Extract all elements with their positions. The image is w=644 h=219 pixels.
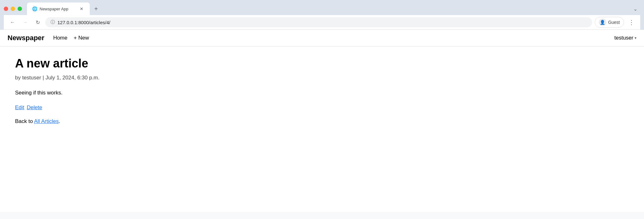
all-articles-link[interactable]: All Articles [34, 118, 58, 124]
browser-menu-button[interactable]: ⋮ [626, 17, 636, 27]
maximize-window-button[interactable] [18, 7, 22, 11]
tab-bar: 🌐 Newspaper App ✕ + ⌄ [4, 3, 640, 15]
active-tab[interactable]: 🌐 Newspaper App ✕ [27, 3, 90, 15]
back-to-articles: Back to All Articles. [15, 118, 299, 125]
back-period: . [59, 118, 60, 124]
new-article-nav-link[interactable]: + New [71, 34, 92, 42]
article-title: A new article [15, 56, 299, 71]
tab-title: Newspaper App [40, 7, 76, 11]
article-content: A new article by testuser | July 1, 2024… [0, 46, 314, 135]
back-button[interactable]: ← [8, 17, 18, 27]
window-controls [4, 7, 22, 11]
collapse-button[interactable]: ⌄ [630, 4, 640, 14]
user-dropdown-arrow-icon: ▾ [635, 36, 636, 40]
user-account-label: Guest [608, 20, 620, 25]
minimize-window-button[interactable] [11, 7, 15, 11]
tab-close-button[interactable]: ✕ [78, 6, 85, 12]
app-navbar: Newspaper Home + New testuser ▾ [0, 30, 644, 46]
close-window-button[interactable] [4, 7, 8, 11]
browser-chrome: 🌐 Newspaper App ✕ + ⌄ ← → ↻ ⓘ 👤 Guest ⋮ [0, 0, 644, 30]
delete-article-link[interactable]: Delete [27, 104, 42, 111]
username-label: testuser [614, 35, 633, 41]
forward-button[interactable]: → [20, 17, 30, 27]
article-meta: by testuser | July 1, 2024, 6:30 p.m. [15, 75, 299, 81]
tab-favicon-icon: 🌐 [32, 6, 37, 11]
home-nav-link[interactable]: Home [51, 34, 70, 42]
nav-bar: ← → ↻ ⓘ 👤 Guest ⋮ [4, 15, 640, 30]
app-brand: Newspaper [8, 34, 44, 42]
user-menu[interactable]: testuser ▾ [614, 35, 636, 41]
article-body: Seeing if this works. [15, 88, 299, 97]
article-actions: Edit Delete [15, 104, 299, 111]
address-info-icon: ⓘ [51, 19, 55, 25]
back-text: Back to [15, 118, 34, 124]
user-avatar-icon: 👤 [599, 19, 606, 26]
app-wrapper: Newspaper Home + New testuser ▾ A new ar… [0, 30, 644, 212]
address-input[interactable] [57, 20, 587, 25]
user-account-button[interactable]: 👤 Guest [595, 17, 624, 28]
address-bar[interactable]: ⓘ [45, 17, 592, 27]
new-tab-button[interactable]: + [91, 4, 101, 14]
app-nav-links: Home + New [51, 34, 91, 42]
reload-button[interactable]: ↻ [33, 17, 43, 27]
edit-article-link[interactable]: Edit [15, 104, 24, 111]
